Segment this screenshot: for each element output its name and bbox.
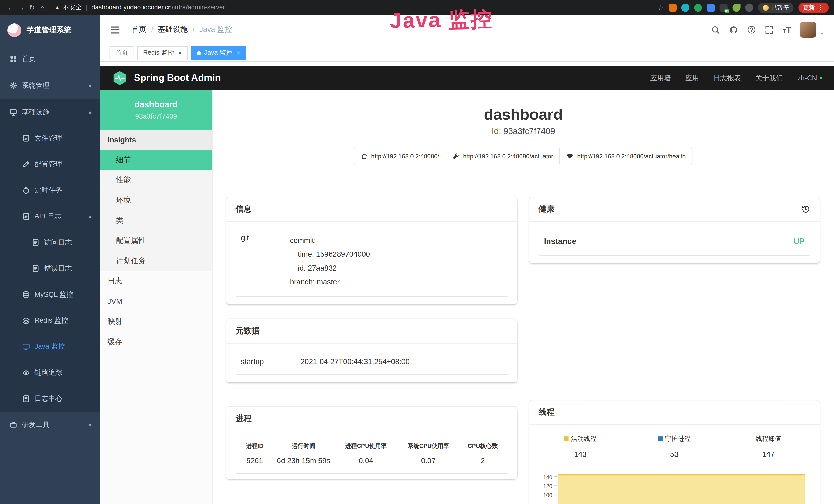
app-logo-row: 芋道管理系统 [0,15,100,46]
locale-selector[interactable]: zh-CN ▾ [797,74,822,82]
sba-item-config-props[interactable]: 配置属性 [100,231,212,251]
card-title: 进程 [236,414,251,423]
chevron-down-icon: ▾ [89,83,91,89]
instance-hero: dashboard Id: 93a3fc7f7409 http://192.16… [213,90,834,164]
sba-body: dashboard 93a3fc7f7409 Insights 细节 性能 环境… [100,90,834,504]
breadcrumb-infrastructure[interactable]: 基础设施 [158,25,188,35]
sba-brand[interactable]: Spring Boot Admin [134,72,221,84]
card-title: 健康 [539,204,554,214]
help-icon[interactable] [747,25,756,34]
back-icon[interactable]: ← [5,3,16,11]
monitor-icon [22,343,30,350]
chevron-up-icon: ▴ [89,109,91,115]
sidebar-item-file-management[interactable]: 文件管理 [0,125,100,151]
close-icon[interactable]: × [178,49,182,57]
sba-item-metrics[interactable]: 性能 [100,170,212,190]
doc-icon [22,395,30,402]
instance-id: 93a3fc7f7409 [135,112,177,120]
extension-icon-3[interactable] [694,3,702,11]
layers-icon [22,317,30,324]
forward-icon[interactable]: → [16,3,26,11]
sidebar-item-java-monitor[interactable]: Java 监控 [0,333,100,359]
sba-item-scheduled[interactable]: 计划任务 [100,251,212,271]
font-size-icon[interactable]: TT [783,26,791,33]
extension-icon-4[interactable] [707,3,715,11]
paused-badge[interactable]: 已暂停 [758,2,794,12]
sidebar-item-home[interactable]: 首页 [0,46,100,72]
page-title: dashboard [213,106,834,123]
tab-java-monitor[interactable]: Java 监控 × [191,46,246,60]
legend-item[interactable]: 守护进程 [627,434,721,443]
sba-item-mappings[interactable]: 映射 [100,312,212,332]
metadata-row-startup: startup 2021-04-27T00:44:31.254+08:00 [236,351,507,375]
sidebar-item-mysql-monitor[interactable]: MySQL 监控 [0,281,100,307]
sba-item-classes[interactable]: 类 [100,210,212,231]
database-icon [22,291,30,298]
legend-daemon-threads: 守护进程 53 [627,434,721,458]
avatar-caret-icon[interactable]: ▾ [821,31,823,38]
sidebar-item-scheduled-tasks[interactable]: 定时任务 [0,177,100,203]
process-table: 进程ID 5261 运行时间 6d 23h 15m 59s [236,438,507,474]
hamburger-icon[interactable] [111,26,120,33]
search-icon[interactable] [711,25,720,34]
sba-nav-about[interactable]: 关于我们 [755,73,783,83]
sidebar-item-trace[interactable]: 链路追踪 [0,360,100,385]
app-window: 芋道管理系统 首页 系统管理 ▾ 基础设施 ▴ 文件管理 [0,15,834,504]
tab-redis-monitor[interactable]: Redis 监控 × [137,46,188,60]
fullscreen-icon[interactable] [765,25,774,34]
extension-icon-6[interactable] [732,3,740,11]
sba-item-caches[interactable]: 缓存 [100,332,212,352]
admin-topbar: 首页 / 基础设施 / Java 监控 TT ▾ [100,15,834,45]
main-area: 首页 / 基础设施 / Java 监控 TT ▾ [100,15,834,504]
sba-item-jvm[interactable]: JVM [100,292,212,312]
address-bar[interactable]: ▲ 不安全 | dashboard.yudao.iocoder.cn/infra… [54,3,225,12]
instance-links: http://192.168.0.2:48080/ http://192.168… [213,148,834,164]
screen: ← → ↻ ⌂ ▲ 不安全 | dashboard.yudao.iocoder.… [0,0,834,504]
sidebar-item-dev-tools[interactable]: 研发工具 ▾ [0,412,100,438]
sba-item-logs[interactable]: 日志 [100,271,212,292]
home-icon[interactable]: ⌂ [37,3,48,11]
edit-icon [22,160,30,168]
reload-icon[interactable]: ↻ [27,3,37,11]
sba-item-details[interactable]: 细节 [100,150,212,170]
avatar[interactable] [800,22,816,38]
chart-y-axis: 140 120 100 [539,472,556,504]
sidebar-item-api-logs[interactable]: API 日志 ▴ [0,203,100,229]
history-icon[interactable] [801,205,810,214]
actuator-url-button[interactable]: http://192.168.0.2:48080/actuator [446,148,560,164]
sidebar-item-log-center[interactable]: 日志中心 [0,385,100,411]
breadcrumb-home[interactable]: 首页 [131,25,146,35]
kebab-menu-icon[interactable]: ⋮ [817,4,824,11]
sba-sidebar: dashboard 93a3fc7f7409 Insights 细节 性能 环境… [100,90,213,504]
close-icon[interactable]: × [237,49,240,57]
chart-plot-area [556,472,808,504]
sidebar-item-config-management[interactable]: 配置管理 [0,151,100,177]
sidebar-item-access-logs[interactable]: 访问日志 [0,229,100,255]
security-label[interactable]: 不安全 [63,3,82,12]
tab-home[interactable]: 首页 [110,46,134,60]
github-icon[interactable] [729,25,738,34]
sba-nav-applications[interactable]: 应用 [685,73,699,83]
update-button[interactable]: 更新⋮ [798,2,829,12]
health-url-button[interactable]: http://192.168.0.2:48080/actuator/health [560,148,693,164]
sidebar-item-error-logs[interactable]: 错误日志 [0,255,100,281]
timer-icon [22,186,30,194]
metadata-card: 元数据 startup 2021-04-27T00:44:31.254+08:0… [226,319,517,382]
sidebar-item-infrastructure[interactable]: 基础设施 ▴ [0,99,100,125]
legend-item[interactable]: 活动线程 [533,434,627,443]
service-url-button[interactable]: http://192.168.0.2:48080/ [354,148,446,164]
extension-icon-2[interactable] [681,3,689,11]
browser-chrome: ← → ↻ ⌂ ▲ 不安全 | dashboard.yudao.iocoder.… [0,0,834,15]
process-col-process-cpu: 进程CPU使用率 0.04 [333,442,399,465]
sidebar-item-system-management[interactable]: 系统管理 ▾ [0,72,100,99]
sba-item-environment[interactable]: 环境 [100,190,212,210]
sidebar-item-redis-monitor[interactable]: Redis 监控 [0,307,100,333]
sba-nav-journal[interactable]: 日志报表 [713,73,741,83]
extension-icon-5[interactable]: on [720,3,728,11]
extension-icon-7[interactable] [745,3,753,11]
admin-sidebar: 芋道管理系统 首页 系统管理 ▾ 基础设施 ▴ 文件管理 [0,15,100,504]
breadcrumb-current: Java 监控 [199,25,232,35]
bookmark-star-icon[interactable]: ☆ [658,3,664,11]
sba-nav-wallboard[interactable]: 应用墙 [650,73,671,83]
extension-icon-1[interactable] [668,3,677,11]
